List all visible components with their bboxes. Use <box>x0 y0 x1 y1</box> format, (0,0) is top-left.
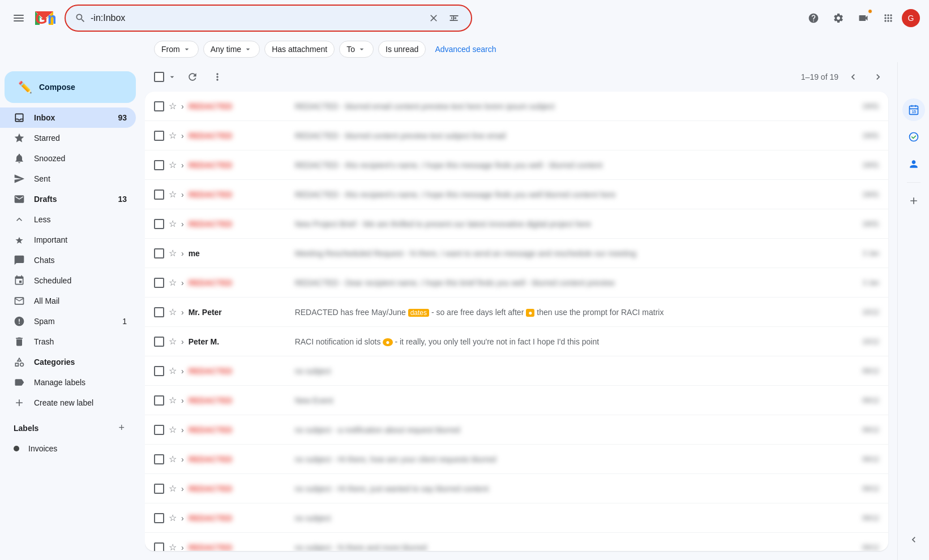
email-important-icon[interactable]: › <box>181 396 184 405</box>
table-row[interactable]: ☆ › REDACTED no subject 09/12 <box>145 503 888 533</box>
sidebar-item-trash[interactable]: Trash <box>0 331 136 352</box>
email-important-icon[interactable]: › <box>181 367 184 376</box>
email-star-icon[interactable]: ☆ <box>169 160 177 170</box>
table-row[interactable]: ☆ › REDACTED REDACTED - this recipient's… <box>145 150 888 180</box>
compose-button[interactable]: ✏️ Compose <box>5 71 136 103</box>
email-important-icon[interactable]: › <box>181 278 184 287</box>
table-row[interactable]: ☆ › REDACTED REDACTED - this recipient's… <box>145 180 888 209</box>
email-checkbox[interactable] <box>154 425 164 435</box>
search-submit-button[interactable] <box>75 12 86 24</box>
email-important-icon[interactable]: › <box>181 102 184 111</box>
to-filter-button[interactable]: To <box>339 41 374 58</box>
sidebar-item-inbox[interactable]: Inbox 93 <box>0 107 136 128</box>
settings-button[interactable] <box>827 7 850 29</box>
email-checkbox[interactable] <box>154 278 164 288</box>
search-options-button[interactable] <box>446 10 462 26</box>
email-checkbox[interactable] <box>154 484 164 494</box>
email-star-icon[interactable]: ☆ <box>169 277 177 288</box>
page-prev-button[interactable] <box>843 67 863 87</box>
sidebar-item-all-mail[interactable]: All Mail <box>0 291 136 311</box>
email-checkbox[interactable] <box>154 542 164 552</box>
sidebar-item-starred[interactable]: Starred <box>0 128 136 148</box>
sidebar-item-categories[interactable]: Categories <box>0 352 136 372</box>
email-star-icon[interactable]: ☆ <box>169 512 177 523</box>
email-checkbox[interactable] <box>154 131 164 141</box>
sidebar-item-create-label[interactable]: Create new label <box>0 393 136 413</box>
email-important-icon[interactable]: › <box>181 308 184 317</box>
email-star-icon[interactable]: ☆ <box>169 130 177 141</box>
table-row[interactable]: ☆ › REDACTED no subject 09/12 <box>145 356 888 386</box>
apps-grid-button[interactable] <box>877 7 900 29</box>
email-checkbox[interactable] <box>154 395 164 406</box>
email-important-icon[interactable]: › <box>181 484 184 493</box>
meet-button[interactable] <box>852 7 875 29</box>
email-important-icon[interactable]: › <box>181 425 184 434</box>
select-all-checkbox[interactable] <box>154 72 164 82</box>
help-button[interactable] <box>802 7 825 29</box>
email-star-icon[interactable]: ☆ <box>169 189 177 200</box>
email-star-icon[interactable]: ☆ <box>169 248 177 259</box>
sidebar-item-invoices[interactable]: Invoices <box>0 438 136 459</box>
right-panel-expand-button[interactable] <box>902 528 925 551</box>
table-row[interactable]: ☆ › Peter M. RACI notification id slots … <box>145 327 888 356</box>
email-star-icon[interactable]: ☆ <box>169 542 177 551</box>
sidebar-item-drafts[interactable]: Drafts 13 <box>0 189 136 209</box>
hamburger-menu-button[interactable] <box>9 8 28 28</box>
page-next-button[interactable] <box>868 67 888 87</box>
google-tasks-icon[interactable] <box>902 126 925 148</box>
email-checkbox[interactable] <box>154 454 164 464</box>
labels-add-button[interactable]: + <box>116 420 127 436</box>
email-star-icon[interactable]: ☆ <box>169 101 177 111</box>
search-clear-button[interactable] <box>426 10 442 26</box>
any-time-filter-button[interactable]: Any time <box>203 41 260 58</box>
sidebar-item-less[interactable]: Less <box>0 209 136 230</box>
email-checkbox[interactable] <box>154 307 164 317</box>
table-row[interactable]: ☆ › REDACTED no subject - hi there and m… <box>145 533 888 551</box>
email-checkbox[interactable] <box>154 189 164 200</box>
sidebar-item-scheduled[interactable]: Scheduled <box>0 270 136 291</box>
email-important-icon[interactable]: › <box>181 249 184 258</box>
email-important-icon[interactable]: › <box>181 219 184 229</box>
gmail-logo[interactable]: Gmail Gmail <box>33 7 55 29</box>
table-row[interactable]: ☆ › REDACTED REDACTED - Dear recipient n… <box>145 268 888 298</box>
table-row[interactable]: ☆ › REDACTED no subject - Hi there, just… <box>145 474 888 503</box>
email-important-icon[interactable]: › <box>181 514 184 523</box>
email-important-icon[interactable]: › <box>181 190 184 199</box>
email-star-icon[interactable]: ☆ <box>169 454 177 464</box>
email-important-icon[interactable]: › <box>181 455 184 464</box>
email-checkbox[interactable] <box>154 219 164 229</box>
email-star-icon[interactable]: ☆ <box>169 395 177 406</box>
refresh-button[interactable] <box>182 67 203 87</box>
user-avatar[interactable]: G <box>902 9 920 27</box>
search-input[interactable] <box>91 13 421 23</box>
sidebar-item-snoozed[interactable]: Snoozed <box>0 148 136 169</box>
email-important-icon[interactable]: › <box>181 131 184 140</box>
table-row[interactable]: ☆ › REDACTED no subject - Hi there, how … <box>145 445 888 474</box>
table-row[interactable]: ☆ › REDACTED REDACTED - blurred email co… <box>145 92 888 121</box>
table-row[interactable]: ☆ › Mr. Peter REDACTED has free May/June… <box>145 298 888 327</box>
sidebar-item-chats[interactable]: Chats <box>0 250 136 270</box>
from-filter-button[interactable]: From <box>154 41 199 58</box>
right-panel-add-button[interactable] <box>902 189 925 212</box>
email-checkbox[interactable] <box>154 248 164 259</box>
more-options-button[interactable] <box>207 67 228 87</box>
google-calendar-icon[interactable]: 15 <box>902 98 925 121</box>
email-important-icon[interactable]: › <box>181 543 184 552</box>
sidebar-item-sent[interactable]: Sent <box>0 169 136 189</box>
email-checkbox[interactable] <box>154 101 164 111</box>
advanced-search-link[interactable]: Advanced search <box>435 45 496 54</box>
sidebar-item-manage-labels[interactable]: Manage labels <box>0 372 136 393</box>
email-star-icon[interactable]: ☆ <box>169 365 177 376</box>
email-important-icon[interactable]: › <box>181 161 184 170</box>
email-checkbox[interactable] <box>154 160 164 170</box>
table-row[interactable]: ☆ › REDACTED New Project Brief - We are … <box>145 209 888 239</box>
google-contacts-icon[interactable] <box>902 153 925 175</box>
table-row[interactable]: ☆ › REDACTED REDACTED - blurred content … <box>145 121 888 150</box>
sidebar-item-spam[interactable]: Spam 1 <box>0 311 136 331</box>
select-dropdown-button[interactable] <box>166 71 178 83</box>
sidebar-item-important[interactable]: Important <box>0 230 136 250</box>
table-row[interactable]: ☆ › me Meeting Rescheduled Request - hi … <box>145 239 888 268</box>
labels-section-header[interactable]: Labels + <box>0 417 136 438</box>
has-attachment-filter-button[interactable]: Has attachment <box>264 41 335 58</box>
email-important-icon[interactable]: › <box>181 337 184 346</box>
